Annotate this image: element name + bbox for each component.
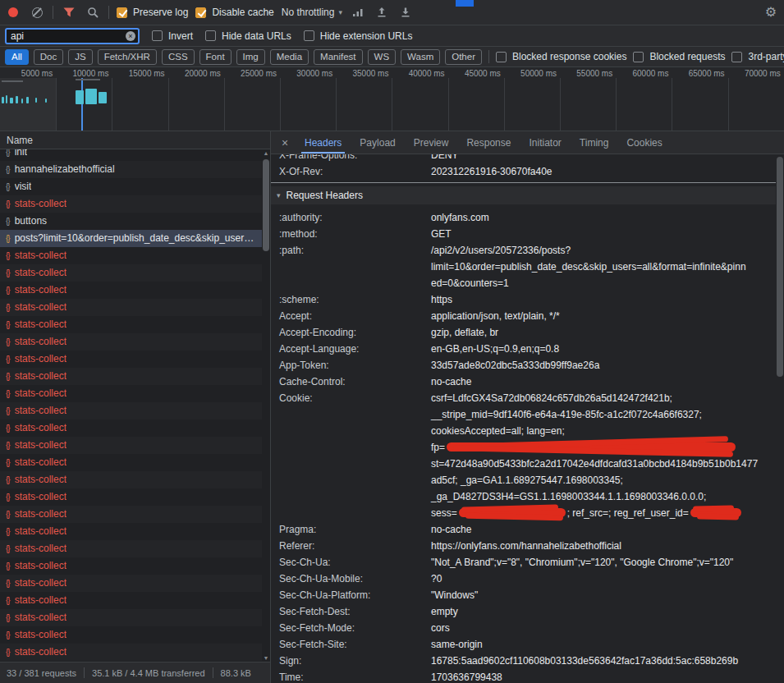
request-name: stats-collect — [15, 557, 66, 575]
json-file-icon: {} — [6, 316, 10, 333]
tab-headers[interactable]: Headers — [296, 131, 351, 154]
filter-type-js[interactable]: JS — [68, 49, 92, 65]
record-button[interactable] — [5, 3, 21, 21]
overview-selected-window[interactable] — [0, 78, 56, 131]
request-row[interactable]: {}stats-collect — [0, 402, 262, 419]
request-row[interactable]: {}stats-collect — [0, 506, 262, 523]
scrollbar-thumb[interactable] — [777, 157, 783, 377]
filter-type-fetch-xhr[interactable]: Fetch/XHR — [98, 49, 157, 65]
request-row[interactable]: {}stats-collect — [0, 575, 262, 592]
checkbox-icon — [496, 52, 507, 62]
request-row[interactable]: {}stats-collect — [0, 195, 262, 213]
request-row[interactable]: {}stats-collect — [0, 419, 262, 437]
preserve-log-checkbox[interactable]: Preserve log — [117, 7, 188, 18]
request-row[interactable]: {}stats-collect — [0, 592, 262, 609]
overview-activity-bar — [16, 96, 18, 103]
tab-response[interactable]: Response — [457, 131, 520, 154]
request-row[interactable]: {}hannahelizabethofficial — [0, 161, 262, 178]
request-row[interactable]: {}init — [0, 149, 262, 161]
filter-type-media[interactable]: Media — [270, 49, 309, 65]
filter-type-font[interactable]: Font — [199, 49, 232, 65]
filter-type-wasm[interactable]: Wasm — [401, 49, 440, 65]
tab-cookies[interactable]: Cookies — [617, 131, 671, 154]
request-row[interactable]: {}stats-collect — [0, 523, 262, 540]
request-row[interactable]: {}stats-collect — [0, 368, 262, 385]
tab-timing[interactable]: Timing — [571, 131, 618, 154]
request-row[interactable]: {}stats-collect — [0, 316, 262, 333]
request-row[interactable]: {}stats-collect — [0, 557, 262, 575]
hide-extension-urls-checkbox[interactable]: Hide extension URLs — [304, 30, 413, 42]
request-row[interactable]: {}stats-collect — [0, 626, 262, 644]
request-row[interactable]: {}visit — [0, 178, 262, 195]
details-scrollbar[interactable] — [776, 154, 784, 683]
filter-type-all[interactable]: All — [5, 49, 29, 65]
filter-type-img[interactable]: Img — [236, 49, 265, 65]
header-value: 1703636799438 — [431, 669, 776, 683]
scrollbar-thumb[interactable] — [263, 159, 269, 251]
filter-type-manifest[interactable]: Manifest — [314, 49, 362, 65]
scroll-up-icon[interactable]: ▲ — [262, 150, 270, 156]
request-row[interactable]: {}posts?limit=10&order=publish_date_desc… — [0, 230, 262, 247]
request-row[interactable]: {}stats-collect — [0, 299, 262, 316]
request-name: hannahelizabethofficial — [15, 161, 115, 178]
request-row[interactable]: {}stats-collect — [0, 488, 262, 506]
header-name: :method: — [271, 226, 431, 242]
overview-timeline[interactable]: 5000 ms10000 ms15000 ms20000 ms25000 ms3… — [0, 67, 784, 131]
hide-data-urls-checkbox[interactable]: Hide data URLs — [205, 30, 291, 42]
filter-type-css[interactable]: CSS — [162, 49, 195, 65]
request-headers-section[interactable]: ▾Request Headers — [271, 186, 776, 204]
third-party-requests-checkbox[interactable]: 3rd-party requests — [731, 51, 784, 62]
resources-size: 88.3 kB — [221, 668, 251, 678]
close-details-icon[interactable]: × — [274, 131, 296, 154]
request-name: stats-collect — [15, 264, 66, 282]
search-button[interactable] — [85, 3, 101, 21]
header-value: empty — [431, 603, 776, 620]
request-name: stats-collect — [15, 575, 66, 592]
name-column-header[interactable]: Name — [0, 131, 270, 149]
header-row: :scheme:https — [271, 291, 776, 308]
disable-cache-label: Disable cache — [212, 7, 273, 18]
tab-initiator[interactable]: Initiator — [520, 131, 570, 154]
request-row[interactable]: {}stats-collect — [0, 609, 262, 626]
request-name: stats-collect — [15, 437, 66, 454]
request-row[interactable]: {}stats-collect — [0, 247, 262, 264]
request-row[interactable]: {}stats-collect — [0, 333, 262, 351]
disable-cache-checkbox[interactable]: Disable cache — [195, 7, 273, 18]
filter-type-ws[interactable]: WS — [368, 49, 397, 65]
header-name: Sec-Ch-Ua: — [271, 554, 431, 571]
clear-input-icon[interactable]: × — [126, 31, 135, 41]
filter-input[interactable] — [5, 28, 140, 44]
request-row[interactable]: {}stats-collect — [0, 385, 262, 402]
filter-type-other[interactable]: Other — [445, 49, 482, 65]
tab-preview[interactable]: Preview — [405, 131, 458, 154]
devtools-network-panel: Preserve log Disable cache No throttling… — [0, 0, 784, 683]
request-row[interactable]: {}buttons — [0, 213, 262, 230]
request-row[interactable]: {}stats-collect — [0, 264, 262, 282]
throttling-dropdown[interactable]: No throttling ▾ — [282, 7, 342, 18]
settings-button[interactable]: ⚙ — [763, 3, 779, 21]
invert-checkbox[interactable]: Invert — [152, 30, 193, 42]
request-row[interactable]: {}stats-collect — [0, 282, 262, 299]
network-conditions-button[interactable] — [350, 3, 366, 21]
redaction-scribble — [690, 508, 741, 517]
scroll-down-icon[interactable]: ▼ — [262, 655, 270, 661]
request-name: stats-collect — [15, 540, 66, 557]
request-list-scrollbar[interactable]: ▲ ▼ — [262, 149, 270, 662]
request-row[interactable]: {}stats-collect — [0, 437, 262, 454]
headers-rows: X-Frame-Options:DENYX-Of-Rev:20231226191… — [271, 154, 776, 683]
request-row[interactable]: {}stats-collect — [0, 471, 262, 488]
filter-type-doc[interactable]: Doc — [34, 49, 63, 65]
request-row[interactable]: {}stats-collect — [0, 351, 262, 368]
clear-network-log-button[interactable] — [29, 3, 45, 21]
request-row[interactable]: {}stats-collect — [0, 454, 262, 471]
tab-payload[interactable]: Payload — [351, 131, 404, 154]
blocked-response-cookies-checkbox[interactable]: Blocked response cookies — [496, 51, 626, 62]
export-har-button[interactable] — [397, 3, 414, 21]
request-row[interactable]: {}stats-collect — [0, 644, 262, 661]
filter-toggle-button[interactable] — [61, 3, 77, 21]
request-row[interactable]: {}stats-collect — [0, 540, 262, 557]
blocked-requests-checkbox[interactable]: Blocked requests — [633, 51, 725, 62]
import-har-button[interactable] — [374, 3, 390, 21]
search-icon — [87, 7, 99, 18]
header-row: X-Frame-Options:DENY — [271, 154, 776, 163]
